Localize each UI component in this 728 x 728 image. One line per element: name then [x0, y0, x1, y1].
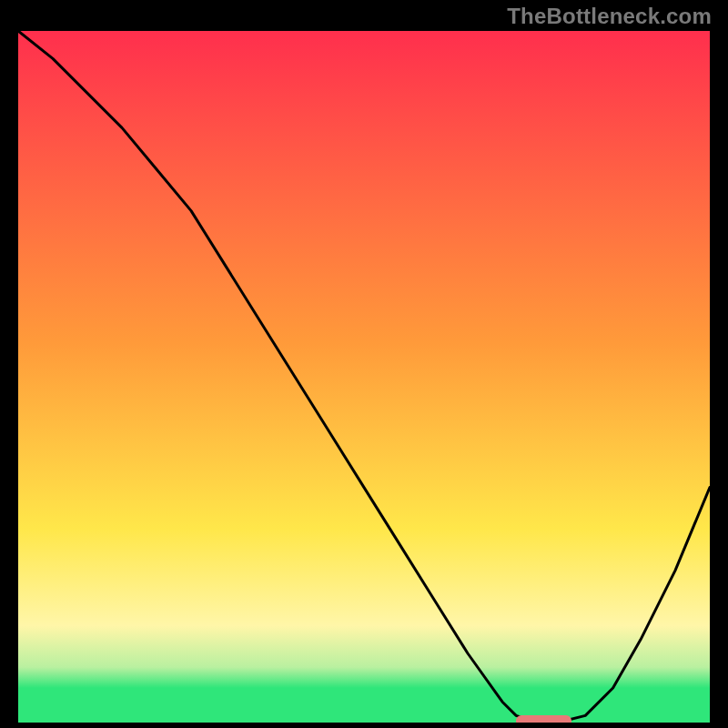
bottleneck-curve — [18, 31, 710, 723]
optimal-range-marker — [516, 715, 571, 723]
plot-area — [18, 31, 710, 723]
chart-frame — [15, 27, 713, 726]
watermark-text: TheBottleneck.com — [507, 4, 712, 29]
